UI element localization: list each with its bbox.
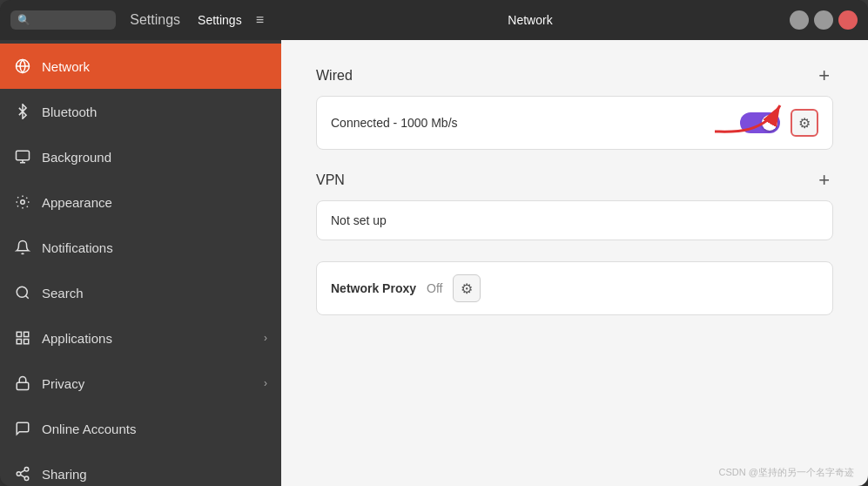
- sidebar-item-network[interactable]: Network: [0, 44, 281, 89]
- svg-point-15: [24, 476, 29, 481]
- proxy-card: Network Proxy Off ⚙: [316, 261, 833, 315]
- settings-title: Settings: [198, 13, 242, 27]
- hamburger-button[interactable]: Settings: [123, 9, 187, 31]
- sidebar-item-appearance[interactable]: Appearance: [0, 179, 281, 225]
- sidebar-item-bluetooth[interactable]: Bluetooth: [0, 89, 281, 134]
- titlebar-controls: − □ ✕: [779, 10, 868, 30]
- sidebar-item-network-label: Network: [42, 59, 267, 74]
- applications-icon: [14, 329, 31, 347]
- watermark: CSDN @坚持的另一个名字奇迹: [719, 466, 854, 479]
- svg-rect-9: [24, 332, 29, 336]
- svg-point-5: [21, 200, 25, 205]
- sidebar-item-background[interactable]: Background: [0, 134, 281, 179]
- proxy-label: Network Proxy: [331, 281, 416, 295]
- privacy-icon: [14, 375, 31, 392]
- sidebar-item-online-accounts[interactable]: Online Accounts: [0, 406, 281, 451]
- search-bar[interactable]: 🔍: [10, 10, 116, 30]
- svg-point-14: [17, 472, 21, 476]
- maximize-button[interactable]: □: [814, 10, 833, 30]
- proxy-card-row: Network Proxy Off ⚙: [317, 262, 832, 314]
- sidebar-item-sharing-label: Sharing: [42, 467, 267, 482]
- vpn-section-header: VPN +: [316, 171, 833, 190]
- svg-line-17: [20, 470, 24, 473]
- sidebar-item-online-accounts-label: Online Accounts: [42, 422, 267, 436]
- sidebar-item-search[interactable]: Search: [0, 270, 281, 315]
- sidebar-item-privacy[interactable]: Privacy ›: [0, 361, 281, 406]
- background-icon: [14, 148, 31, 165]
- privacy-arrow: ›: [264, 377, 267, 389]
- sidebar: Network Bluetooth: [0, 40, 281, 486]
- minimize-button[interactable]: −: [790, 10, 809, 30]
- appearance-icon: [14, 193, 31, 211]
- svg-rect-11: [17, 340, 21, 344]
- notifications-icon: [14, 239, 31, 256]
- svg-rect-8: [17, 332, 21, 336]
- svg-line-7: [25, 295, 28, 298]
- sidebar-item-applications-label: Applications: [42, 331, 253, 346]
- close-button[interactable]: ✕: [838, 10, 858, 30]
- svg-rect-2: [17, 151, 30, 160]
- vpn-card: Not set up: [316, 200, 833, 240]
- sidebar-item-search-label: Search: [42, 286, 267, 300]
- window-title: Network: [508, 13, 552, 27]
- wired-title: Wired: [316, 68, 353, 84]
- svg-rect-10: [24, 340, 29, 344]
- applications-arrow: ›: [264, 332, 267, 344]
- wired-add-button[interactable]: +: [815, 66, 833, 85]
- sidebar-item-sharing[interactable]: Sharing: [0, 451, 281, 486]
- titlebar-left: 🔍 Settings Settings ≡: [0, 9, 281, 31]
- svg-point-6: [17, 287, 27, 297]
- right-panel: Wired + Connected - 1000 Mb/s ⚙: [281, 40, 868, 486]
- settings-window: 🔍 Settings Settings ≡ Network − □ ✕: [0, 0, 868, 486]
- sidebar-item-appearance-label: Appearance: [42, 195, 267, 210]
- wired-card-row: Connected - 1000 Mb/s ⚙: [317, 97, 832, 149]
- vpn-not-setup-label: Not set up: [331, 213, 818, 227]
- search-icon: 🔍: [17, 14, 30, 26]
- online-accounts-icon: [14, 420, 31, 437]
- main-content: Network Bluetooth: [0, 40, 868, 486]
- sidebar-item-notifications[interactable]: Notifications: [0, 225, 281, 270]
- vpn-add-button[interactable]: +: [815, 171, 833, 190]
- wired-section: Wired + Connected - 1000 Mb/s ⚙: [316, 66, 833, 150]
- network-icon: [14, 57, 31, 75]
- proxy-section: Network Proxy Off ⚙: [316, 261, 833, 315]
- wired-connection-label: Connected - 1000 Mb/s: [331, 116, 730, 130]
- wired-settings-button[interactable]: ⚙: [791, 109, 818, 137]
- titlebar: 🔍 Settings Settings ≡ Network − □ ✕: [0, 0, 868, 40]
- wired-toggle[interactable]: [740, 112, 780, 133]
- bluetooth-icon: [14, 103, 31, 120]
- vpn-title: VPN: [316, 172, 345, 188]
- svg-line-16: [20, 475, 24, 477]
- sidebar-item-privacy-label: Privacy: [42, 376, 253, 391]
- sidebar-item-bluetooth-label: Bluetooth: [42, 105, 267, 119]
- titlebar-center: Network: [281, 13, 779, 27]
- sidebar-item-applications[interactable]: Applications ›: [0, 315, 281, 361]
- toggle-thumb: [762, 115, 777, 131]
- toggle-track: [740, 112, 780, 133]
- proxy-settings-button[interactable]: ⚙: [453, 274, 481, 302]
- menu-button[interactable]: ≡: [249, 9, 271, 31]
- svg-rect-12: [17, 382, 29, 389]
- proxy-off-label: Off: [427, 281, 442, 295]
- search-sidebar-icon: [14, 284, 31, 301]
- vpn-card-row: Not set up: [317, 201, 832, 240]
- sidebar-item-notifications-label: Notifications: [42, 240, 267, 255]
- sharing-icon: [14, 465, 31, 483]
- wired-section-header: Wired +: [316, 66, 833, 85]
- wired-card: Connected - 1000 Mb/s ⚙: [316, 96, 833, 150]
- svg-point-13: [24, 468, 29, 472]
- sidebar-item-background-label: Background: [42, 150, 267, 165]
- vpn-section: VPN + Not set up: [316, 171, 833, 240]
